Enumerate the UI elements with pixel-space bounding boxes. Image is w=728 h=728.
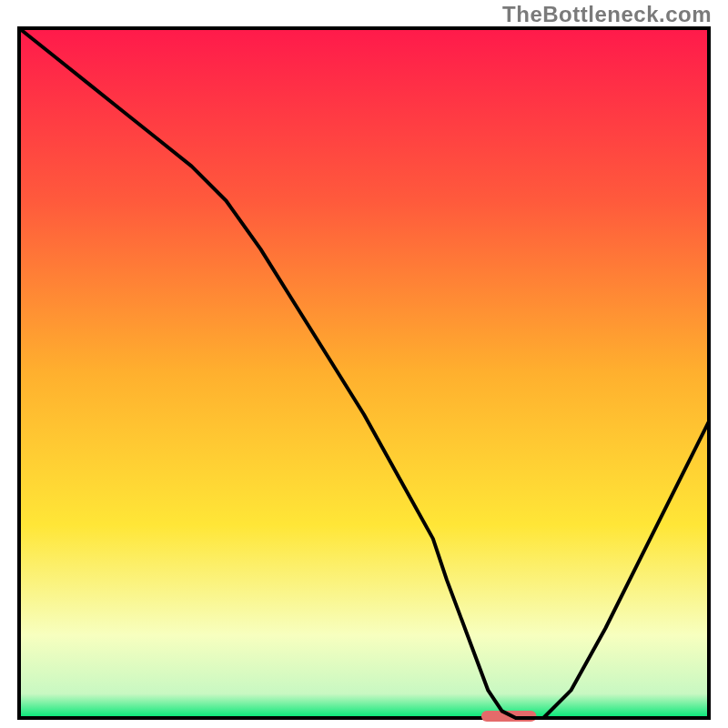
chart-svg [0, 0, 728, 728]
plot-background [19, 28, 709, 718]
chart-stage: TheBottleneck.com [0, 0, 728, 728]
